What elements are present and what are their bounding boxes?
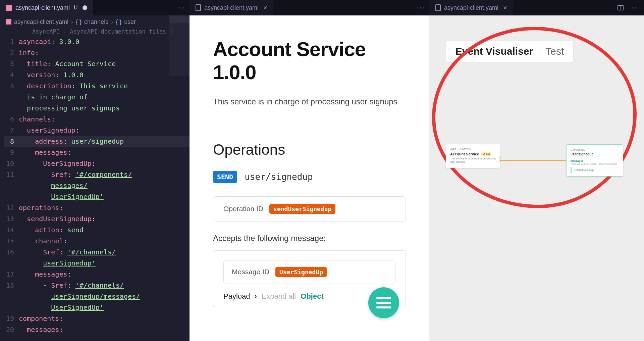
dirty-dot-icon[interactable] bbox=[83, 5, 87, 10]
page-description: This service is in charge of processing … bbox=[213, 96, 406, 108]
out-port-label: OUT bbox=[498, 156, 501, 162]
inline-hint: AsyncAPI - AsyncAPI documentation files … bbox=[0, 28, 190, 36]
channel-node[interactable]: CHANNEL user/signedup Messages Payloads … bbox=[566, 144, 623, 177]
separator bbox=[539, 46, 539, 56]
application-node[interactable]: APPLICATION Account Service v1.0.0 This … bbox=[446, 144, 500, 168]
braces-icon: { } bbox=[76, 18, 82, 26]
modified-indicator: U bbox=[74, 5, 78, 11]
page-title: Account Service 1.0.0 bbox=[213, 38, 406, 84]
operation-address: user/signedup bbox=[245, 172, 313, 182]
event-visualizer-pane[interactable]: Event Visualiser Test APPLICATION Accoun… bbox=[429, 15, 644, 341]
messages-section-label: Messages bbox=[571, 159, 619, 162]
visualizer-header: Event Visualiser Test bbox=[446, 41, 573, 62]
operation-id-label: Operation ID bbox=[223, 205, 263, 213]
tab-group-visualizer: asyncapi-client.yaml × ··· bbox=[429, 0, 644, 15]
tab-preview-file[interactable]: asyncapi-client.yaml × bbox=[190, 0, 274, 15]
node-type-label: APPLICATION bbox=[450, 148, 496, 151]
code-editor-pane: asyncapi-client.yaml › { } channels › { … bbox=[0, 15, 190, 341]
channel-name: user/signedup bbox=[571, 152, 619, 156]
tab-editor-file[interactable]: asyncapi-client.yaml U bbox=[0, 0, 94, 15]
split-icon bbox=[618, 5, 624, 10]
payload-type: Object bbox=[301, 292, 323, 301]
message-id-badge: UserSignedUp bbox=[275, 267, 327, 277]
payload-label: Payload bbox=[223, 292, 250, 301]
node-description: This service is in charge of processing … bbox=[450, 157, 496, 164]
editor-panes: asyncapi-client.yaml › { } channels › { … bbox=[0, 15, 644, 341]
close-icon[interactable]: × bbox=[263, 4, 267, 12]
tab-label: asyncapi-client.yaml bbox=[444, 4, 498, 11]
doc-preview-pane: Account Service 1.0.0 This service is in… bbox=[190, 15, 429, 341]
tab-group-preview: asyncapi-client.yaml × ··· bbox=[190, 0, 429, 15]
breadcrumb[interactable]: asyncapi-client.yaml › { } channels › { … bbox=[0, 15, 190, 28]
yaml-file-icon bbox=[6, 5, 12, 11]
message-id-panel: Message ID UserSignedUp bbox=[223, 260, 395, 284]
tab-bar: asyncapi-client.yaml U ··· asyncapi-clie… bbox=[0, 0, 644, 15]
breadcrumb-seg: user bbox=[124, 18, 136, 26]
document-icon bbox=[196, 4, 201, 11]
breadcrumb-seg: channels bbox=[84, 18, 108, 26]
tab-group-editor: asyncapi-client.yaml U ··· bbox=[0, 0, 190, 15]
tab-overflow-menu[interactable]: ··· bbox=[173, 0, 190, 15]
message-id-label: Message ID bbox=[232, 268, 269, 276]
yaml-file-icon bbox=[6, 19, 11, 25]
tab-overflow-menu[interactable]: ··· bbox=[627, 0, 644, 15]
tab-overflow-menu[interactable]: ··· bbox=[413, 0, 429, 15]
tab-visualizer-file[interactable]: asyncapi-client.yaml × bbox=[429, 0, 514, 15]
hamburger-icon bbox=[376, 297, 391, 299]
edge-line bbox=[500, 160, 566, 161]
visualizer-title: Event Visualiser bbox=[455, 46, 533, 57]
accepts-message-label: Accepts the following message: bbox=[213, 234, 406, 243]
tab-label: asyncapi-client.yaml bbox=[204, 4, 259, 11]
node-name: Account Service v1.0.0 bbox=[450, 152, 496, 156]
chevron-right-icon: › bbox=[111, 18, 113, 26]
message-box[interactable]: Untitled Message bbox=[571, 167, 619, 173]
chevron-right-icon: › bbox=[255, 293, 257, 300]
operation-id-badge: sendUserSignedup bbox=[269, 204, 335, 214]
tab-label: asyncapi-client.yaml bbox=[15, 4, 70, 11]
operations-heading: Operations bbox=[213, 141, 406, 158]
expand-all-button[interactable]: Expand all bbox=[262, 292, 296, 301]
split-editor-button[interactable] bbox=[614, 0, 627, 15]
operation-row: SEND user/signedup bbox=[213, 171, 406, 183]
operation-id-panel: Operation ID sendUserSignedup bbox=[213, 196, 406, 222]
version-badge: v1.0.0 bbox=[481, 152, 491, 156]
close-icon[interactable]: × bbox=[503, 4, 507, 12]
menu-fab-button[interactable] bbox=[368, 287, 399, 318]
breadcrumb-file: asyncapi-client.yaml bbox=[14, 18, 68, 26]
code-area[interactable]: 1asyncapi: 3.0.0 2info: 3 title: Account… bbox=[0, 36, 190, 335]
send-badge: SEND bbox=[213, 171, 237, 183]
messages-section-sub: Payloads you can publish using this chan… bbox=[571, 163, 619, 165]
visualizer-subtitle: Test bbox=[545, 46, 564, 57]
document-icon bbox=[435, 4, 441, 11]
node-type-label: CHANNEL bbox=[571, 148, 619, 151]
braces-icon: { } bbox=[116, 18, 121, 26]
chevron-right-icon: › bbox=[71, 18, 73, 26]
